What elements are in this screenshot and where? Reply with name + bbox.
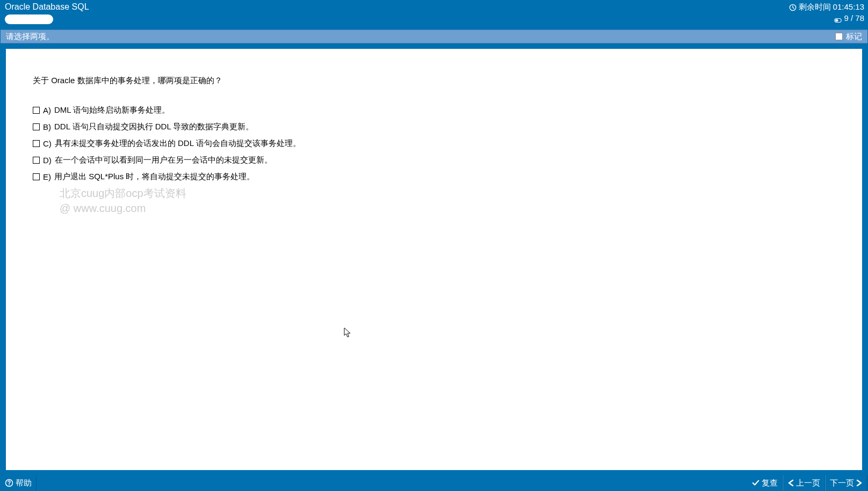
content-frame: 关于 Oracle 数据库中的事务处理，哪两项是正确的？ A) DML 语句始终… — [1, 43, 867, 475]
option-text: 具有未提交事务处理的会话发出的 DDL 语句会自动提交该事务处理。 — [55, 138, 301, 149]
instruction-bar: 请选择两项。 标记 — [1, 30, 867, 43]
watermark-line1: 北京cuug内部ocp考试资料 — [60, 186, 186, 201]
progress-icon — [834, 16, 842, 21]
check-icon — [752, 479, 760, 487]
watermark-line2: @ www.cuug.com — [60, 201, 186, 216]
option-text: 用户退出 SQL*Plus 时，将自动提交未提交的事务处理。 — [54, 172, 255, 182]
progress-text: 9 / 78 — [844, 13, 864, 23]
question-text: 关于 Oracle 数据库中的事务处理，哪两项是正确的？ — [33, 76, 835, 86]
option-text: DDL 语句只自动提交因执行 DDL 导致的数据字典更新。 — [54, 122, 254, 132]
content-area: 关于 Oracle 数据库中的事务处理，哪两项是正确的？ A) DML 语句始终… — [6, 49, 862, 470]
exam-app-window: Oracle Database SQL 剩余时间 01:45:13 9 / 78… — [0, 0, 868, 491]
help-button[interactable]: 帮助 — [1, 475, 37, 490]
review-label: 复查 — [762, 478, 778, 488]
prev-button[interactable]: 上一页 — [783, 475, 825, 490]
option-c-checkbox[interactable] — [33, 140, 40, 147]
time-value: 01:45:13 — [833, 2, 864, 12]
next-label: 下一页 — [830, 478, 854, 488]
option-d[interactable]: D) 在一个会话中可以看到同一用户在另一会话中的未提交更新。 — [33, 155, 835, 165]
mark-for-review-group[interactable]: 标记 — [835, 32, 862, 42]
option-a[interactable]: A) DML 语句始终启动新事务处理。 — [33, 105, 835, 115]
option-letter: A) — [43, 106, 51, 115]
option-text: DML 语句始终启动新事务处理。 — [54, 105, 170, 115]
watermark: 北京cuug内部ocp考试资料 @ www.cuug.com — [60, 186, 186, 216]
option-text: 在一个会话中可以看到同一用户在另一会话中的未提交更新。 — [55, 155, 272, 165]
svg-point-4 — [9, 485, 10, 486]
footer-bar: 帮助 复查 上一页 下一页 — [1, 475, 867, 490]
time-remaining: 剩余时间 01:45:13 — [789, 2, 864, 12]
svg-rect-2 — [836, 19, 838, 21]
question-progress: 9 / 78 — [834, 13, 864, 23]
option-a-checkbox[interactable] — [33, 107, 40, 114]
arrow-right-icon — [856, 479, 863, 487]
mark-checkbox[interactable] — [835, 33, 843, 40]
option-letter: C) — [43, 139, 52, 148]
review-button[interactable]: 复查 — [748, 475, 783, 490]
exam-title: Oracle Database SQL — [5, 2, 89, 12]
option-letter: B) — [43, 122, 51, 131]
option-c[interactable]: C) 具有未提交事务处理的会话发出的 DDL 语句会自动提交该事务处理。 — [33, 138, 835, 149]
header-bar: Oracle Database SQL 剩余时间 01:45:13 9 / 78 — [1, 1, 867, 30]
option-e[interactable]: E) 用户退出 SQL*Plus 时，将自动提交未提交的事务处理。 — [33, 172, 835, 182]
options-list: A) DML 语句始终启动新事务处理。 B) DDL 语句只自动提交因执行 DD… — [33, 105, 835, 182]
option-d-checkbox[interactable] — [33, 157, 40, 164]
next-button[interactable]: 下一页 — [825, 475, 867, 490]
header-right: 剩余时间 01:45:13 9 / 78 — [789, 2, 864, 28]
prev-label: 上一页 — [796, 478, 820, 488]
footer-right: 复查 上一页 下一页 — [748, 475, 867, 490]
option-e-checkbox[interactable] — [33, 173, 40, 180]
help-icon — [5, 479, 13, 487]
header-left: Oracle Database SQL — [5, 2, 89, 28]
option-b-checkbox[interactable] — [33, 123, 40, 130]
option-letter: E) — [43, 172, 51, 181]
clock-icon — [789, 3, 797, 11]
help-label: 帮助 — [16, 478, 32, 488]
time-label: 剩余时间 — [799, 2, 831, 12]
option-letter: D) — [43, 156, 52, 165]
option-b[interactable]: B) DDL 语句只自动提交因执行 DDL 导致的数据字典更新。 — [33, 122, 835, 132]
candidate-badge — [5, 14, 53, 24]
instruction-text: 请选择两项。 — [6, 32, 54, 42]
mark-label: 标记 — [846, 32, 862, 42]
arrow-left-icon — [787, 479, 794, 487]
